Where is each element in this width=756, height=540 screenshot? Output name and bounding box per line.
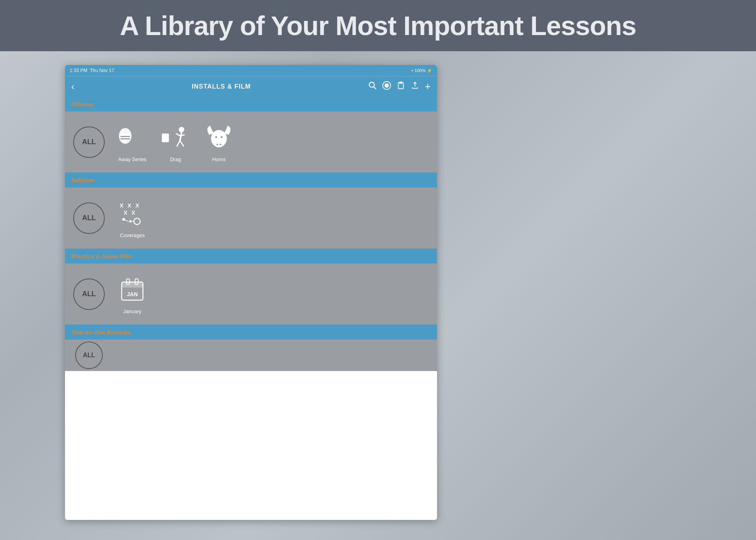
coverages-icon: X X X X X bbox=[115, 198, 150, 229]
svg-rect-9 bbox=[162, 134, 169, 142]
coverages-item[interactable]: X X X X X Coverages bbox=[115, 198, 150, 238]
offense-section-header: Offense bbox=[65, 96, 437, 111]
svg-line-12 bbox=[176, 134, 180, 136]
calendar-icon: JAN bbox=[115, 274, 150, 305]
svg-line-14 bbox=[177, 141, 180, 147]
clipboard-icon[interactable] bbox=[397, 81, 405, 92]
defense-title: Defense bbox=[71, 177, 94, 184]
svg-point-17 bbox=[214, 141, 224, 147]
drag-icon bbox=[158, 122, 193, 153]
svg-line-1 bbox=[374, 87, 376, 89]
reviews-content: ALL bbox=[65, 340, 437, 371]
january-label: January bbox=[123, 308, 141, 314]
svg-rect-8 bbox=[120, 138, 130, 139]
back-button[interactable]: ‹ bbox=[71, 81, 74, 92]
nav-title: INSTALLS & FILM bbox=[192, 83, 251, 90]
reviews-section-header: One-on-One Reviews bbox=[65, 325, 437, 340]
nav-icons: + bbox=[368, 80, 431, 93]
search-icon[interactable] bbox=[368, 81, 377, 92]
away-series-item[interactable]: Away Series bbox=[115, 122, 150, 162]
offense-title: Offense bbox=[71, 101, 93, 108]
away-series-label: Away Series bbox=[118, 156, 146, 162]
svg-text:X: X bbox=[135, 202, 139, 209]
svg-point-0 bbox=[369, 82, 374, 87]
svg-point-3 bbox=[384, 83, 389, 87]
svg-rect-7 bbox=[120, 136, 130, 137]
svg-text:X: X bbox=[132, 210, 135, 216]
nav-bar: ‹ INSTALLS & FILM bbox=[65, 76, 437, 96]
status-right: ≈ 100% ⚡ bbox=[411, 68, 432, 73]
add-icon[interactable]: + bbox=[425, 80, 431, 93]
horns-icon bbox=[201, 122, 237, 153]
film-section-header: Practice & Game Film bbox=[65, 249, 437, 264]
svg-point-10 bbox=[179, 127, 184, 132]
record-icon[interactable] bbox=[382, 81, 391, 92]
away-series-icon bbox=[115, 122, 150, 153]
drag-item[interactable]: Drag bbox=[158, 122, 193, 162]
defense-all-circle: ALL bbox=[73, 202, 105, 234]
svg-line-11 bbox=[180, 132, 182, 141]
film-title: Practice & Game Film bbox=[71, 253, 132, 260]
offense-content: ALL Away Series bbox=[65, 111, 437, 173]
share-icon[interactable] bbox=[411, 81, 419, 92]
film-all-item[interactable]: ALL bbox=[71, 278, 107, 310]
reviews-title: One-on-One Reviews bbox=[71, 329, 131, 336]
status-bar: 1:33 PM Thu Nov 17 ≈ 100% ⚡ bbox=[65, 65, 437, 76]
offense-all-circle: ALL bbox=[73, 126, 105, 158]
film-content: ALL JAN January bbox=[65, 264, 437, 325]
defense-section-header: Defense bbox=[65, 173, 437, 187]
svg-text:X: X bbox=[124, 210, 128, 216]
horns-label: Horns bbox=[212, 156, 226, 162]
svg-text:JAN: JAN bbox=[127, 291, 138, 297]
svg-point-27 bbox=[134, 218, 140, 225]
coverages-label: Coverages bbox=[120, 232, 145, 238]
svg-line-15 bbox=[180, 141, 184, 147]
svg-point-18 bbox=[217, 144, 219, 145]
horns-item[interactable]: Horns bbox=[201, 122, 237, 162]
film-all-circle: ALL bbox=[73, 278, 105, 310]
ipad-frame: 1:33 PM Thu Nov 17 ≈ 100% ⚡ ‹ INSTALLS &… bbox=[65, 65, 437, 520]
january-item[interactable]: JAN January bbox=[115, 274, 150, 314]
svg-rect-33 bbox=[122, 282, 143, 288]
status-time: 1:33 PM Thu Nov 17 bbox=[70, 68, 114, 73]
offense-all-item[interactable]: ALL bbox=[71, 126, 107, 158]
reviews-all-item[interactable]: ALL bbox=[71, 341, 107, 369]
defense-all-item[interactable]: ALL bbox=[71, 202, 107, 234]
reviews-all-circle: ALL bbox=[75, 341, 103, 369]
svg-point-19 bbox=[220, 144, 222, 145]
drag-label: Drag bbox=[170, 156, 181, 162]
header-banner: A Library of Your Most Important Lessons bbox=[0, 0, 756, 51]
svg-point-20 bbox=[215, 136, 217, 138]
defense-content: ALL X X X X X bbox=[65, 187, 437, 249]
header-title: A Library of Your Most Important Lessons bbox=[120, 10, 636, 41]
svg-point-21 bbox=[221, 136, 223, 138]
svg-text:X: X bbox=[120, 202, 124, 209]
svg-text:X: X bbox=[128, 202, 132, 209]
